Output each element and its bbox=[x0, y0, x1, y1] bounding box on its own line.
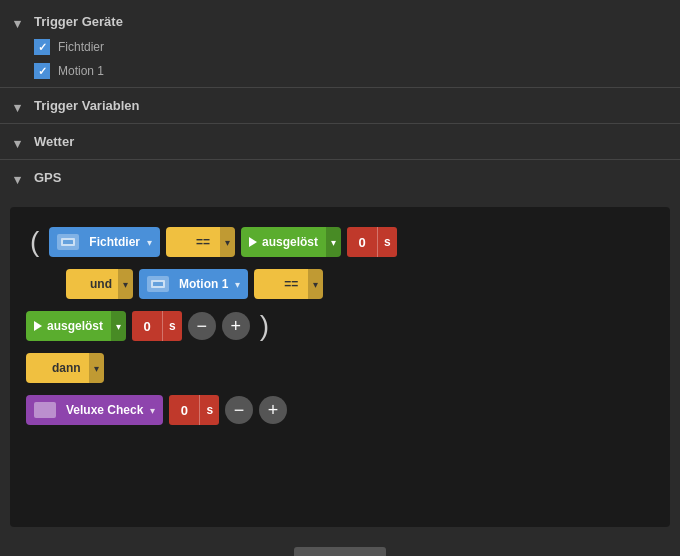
divider-1 bbox=[0, 87, 680, 88]
gps-header[interactable]: ▾ GPS bbox=[0, 164, 680, 191]
fichtdier-item[interactable]: Fichtdier bbox=[0, 35, 680, 59]
motion1-checkbox[interactable] bbox=[34, 63, 50, 79]
device3-chevron: ▾ bbox=[150, 405, 155, 416]
time3-group: 0 s bbox=[169, 395, 219, 425]
diamond-icon-3 bbox=[261, 274, 281, 294]
minus-button-2[interactable]: − bbox=[225, 396, 253, 424]
chevron-icon: ▾ bbox=[14, 16, 26, 28]
plus-button-1[interactable]: + bbox=[222, 312, 250, 340]
row-1: ( Fichtdier ▾ == ▾ ausgelöst ▾ bbox=[26, 227, 654, 257]
veluxe-icon bbox=[34, 402, 56, 418]
trigger1-label: ausgelöst bbox=[262, 235, 318, 249]
motion1-item[interactable]: Motion 1 bbox=[0, 59, 680, 83]
svg-rect-1 bbox=[63, 240, 73, 244]
dann-label: dann bbox=[52, 361, 81, 375]
trigger2-dropdown[interactable]: ▾ bbox=[111, 311, 126, 341]
time2-group: 0 s bbox=[132, 311, 182, 341]
trigger1-dropdown[interactable]: ▾ bbox=[326, 227, 341, 257]
wetter-header[interactable]: ▾ Wetter bbox=[0, 128, 680, 155]
device1-label: Fichtdier bbox=[89, 235, 140, 249]
eq2-dropdown[interactable]: ▾ bbox=[308, 269, 323, 299]
time1-unit: s bbox=[377, 227, 397, 257]
row-3: ausgelöst ▾ 0 s − + ) bbox=[26, 311, 654, 341]
trigger-variablen-header[interactable]: ▾ Trigger Variablen bbox=[0, 92, 680, 119]
trigger-geraete-header[interactable]: ▾ Trigger Geräte bbox=[0, 8, 680, 35]
footer: Sichern bbox=[0, 535, 680, 556]
play-icon-2 bbox=[34, 321, 42, 331]
eq1-label: == bbox=[196, 235, 210, 249]
save-button[interactable]: Sichern bbox=[294, 547, 386, 556]
open-paren: ( bbox=[26, 228, 43, 256]
trigger-variablen-label: Trigger Variablen bbox=[34, 98, 140, 113]
device2-block[interactable]: Motion 1 ▾ bbox=[139, 269, 248, 299]
chevron-icon-2: ▾ bbox=[14, 100, 26, 112]
time3-value[interactable]: 0 bbox=[169, 395, 199, 425]
device1-chevron: ▾ bbox=[147, 237, 152, 248]
eq1-block[interactable]: == ▾ bbox=[166, 227, 235, 257]
eq2-block[interactable]: == ▾ bbox=[254, 269, 323, 299]
trigger1-block[interactable]: ausgelöst ▾ bbox=[241, 227, 341, 257]
device1-block[interactable]: Fichtdier ▾ bbox=[49, 227, 160, 257]
fichtdier-checkbox[interactable] bbox=[34, 39, 50, 55]
diamond-icon-2 bbox=[69, 274, 89, 294]
time2-value[interactable]: 0 bbox=[132, 311, 162, 341]
time3-unit: s bbox=[199, 395, 219, 425]
minus-button-1[interactable]: − bbox=[188, 312, 216, 340]
divider-3 bbox=[0, 159, 680, 160]
dann-block[interactable]: dann ▾ bbox=[26, 353, 104, 383]
svg-rect-3 bbox=[153, 282, 163, 286]
device1-icon bbox=[57, 234, 79, 250]
device2-icon bbox=[147, 276, 169, 292]
device2-chevron: ▾ bbox=[235, 279, 240, 290]
diamond-icon-4 bbox=[31, 358, 51, 378]
device2-label: Motion 1 bbox=[179, 277, 228, 291]
trigger2-block[interactable]: ausgelöst ▾ bbox=[26, 311, 126, 341]
device3-label: Veluxe Check bbox=[66, 403, 143, 417]
und-block[interactable]: und ▾ bbox=[66, 269, 133, 299]
gps-label: GPS bbox=[34, 170, 61, 185]
wetter-label: Wetter bbox=[34, 134, 74, 149]
row-5: Veluxe Check ▾ 0 s − + bbox=[26, 395, 654, 425]
eq1-dropdown[interactable]: ▾ bbox=[220, 227, 235, 257]
device3-block[interactable]: Veluxe Check ▾ bbox=[26, 395, 163, 425]
und-dropdown[interactable]: ▾ bbox=[118, 269, 133, 299]
plus-button-2[interactable]: + bbox=[259, 396, 287, 424]
play-icon-1 bbox=[249, 237, 257, 247]
row-2: und ▾ Motion 1 ▾ == ▾ bbox=[26, 269, 654, 299]
row-4: dann ▾ bbox=[26, 353, 654, 383]
diamond-icon-1 bbox=[173, 232, 193, 252]
close-paren: ) bbox=[256, 312, 273, 340]
dann-dropdown[interactable]: ▾ bbox=[89, 353, 104, 383]
und-label: und bbox=[90, 277, 112, 291]
fichtdier-label: Fichtdier bbox=[58, 40, 104, 54]
eq2-label: == bbox=[284, 277, 298, 291]
time1-value[interactable]: 0 bbox=[347, 227, 377, 257]
chevron-icon-4: ▾ bbox=[14, 172, 26, 184]
time2-unit: s bbox=[162, 311, 182, 341]
motion1-label: Motion 1 bbox=[58, 64, 104, 78]
top-panel: ▾ Trigger Geräte Fichtdier Motion 1 ▾ Tr… bbox=[0, 0, 680, 199]
divider-2 bbox=[0, 123, 680, 124]
chevron-icon-3: ▾ bbox=[14, 136, 26, 148]
trigger-geraete-label: Trigger Geräte bbox=[34, 14, 123, 29]
trigger2-label: ausgelöst bbox=[47, 319, 103, 333]
canvas-area: ( Fichtdier ▾ == ▾ ausgelöst ▾ bbox=[10, 207, 670, 527]
time1-group: 0 s bbox=[347, 227, 397, 257]
